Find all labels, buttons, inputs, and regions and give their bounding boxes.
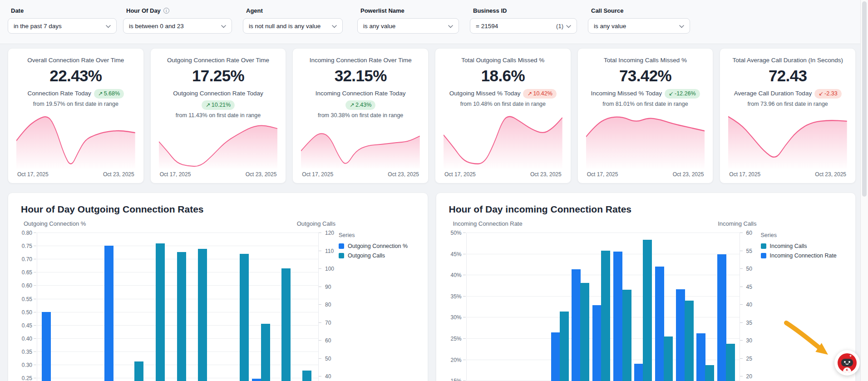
kpi-sparkline <box>586 111 705 168</box>
chart-bar[interactable] <box>643 240 652 381</box>
chart-bar[interactable] <box>572 269 581 381</box>
charts-row: Hour of Day Outgoing Connection RatesOut… <box>8 193 856 381</box>
chevron-down-icon <box>106 25 111 28</box>
sparkline-chart <box>728 111 847 168</box>
kpi-delta-badge: ↙ -2.33 <box>814 89 841 99</box>
filter-dropdown-hour-of-day[interactable]: is between 0 and 23 <box>123 18 232 34</box>
chart-bar[interactable] <box>156 243 165 381</box>
kpi-value: 17.25% <box>159 67 278 85</box>
legend-header: Series <box>761 232 837 238</box>
sparkline-date-range: Oct 17, 2025Oct 23, 2025 <box>728 171 847 178</box>
chart-bar[interactable] <box>551 332 560 381</box>
right-axis-tick: 80 <box>325 302 331 308</box>
chart-bar[interactable] <box>134 361 143 381</box>
tick-mark <box>463 338 466 339</box>
right-axis-tick: 120 <box>325 230 334 236</box>
chevron-down-icon <box>448 25 453 28</box>
filter-dropdown-date[interactable]: in the past 7 days <box>8 18 117 34</box>
right-axis-tick: 40 <box>746 302 752 308</box>
chart-bar[interactable] <box>726 344 735 381</box>
legend-label: Incoming Connection Rate <box>770 252 837 259</box>
chart-card-outgoing: Hour of Day Outgoing Connection RatesOut… <box>8 193 428 381</box>
right-axis-tick: 60 <box>746 230 752 236</box>
kpi-value: 18.6% <box>444 67 562 85</box>
tick-mark <box>319 358 321 359</box>
chart-title: Hour of Day incoming Connection Rates <box>449 204 632 215</box>
tick-mark <box>463 296 466 297</box>
right-axis-tick: 45 <box>746 284 752 290</box>
tick-mark <box>319 287 321 287</box>
tick-mark <box>34 272 36 272</box>
tick-mark <box>34 246 36 246</box>
filter-dropdown-business-id[interactable]: = 21594(1) <box>470 18 577 34</box>
chart-bar[interactable] <box>240 254 249 381</box>
kpi-from-text: from 10.48% on first date in range <box>444 101 562 107</box>
legend-item[interactable]: Outgoing Connection % <box>339 243 408 249</box>
chart-bar[interactable] <box>613 252 622 381</box>
tick-mark <box>740 233 743 233</box>
filter-label: Call Source <box>591 7 690 14</box>
chart-bar[interactable] <box>281 268 291 381</box>
dropdown-controls: (1) <box>556 23 571 30</box>
tick-mark <box>463 233 466 233</box>
right-axis-tick: 30 <box>746 337 752 344</box>
right-axis-line <box>318 233 319 381</box>
chart-bar[interactable] <box>676 289 685 381</box>
tick-mark <box>319 251 321 251</box>
legend-item[interactable]: Incoming Calls <box>761 243 837 249</box>
chart-bar[interactable] <box>252 379 261 381</box>
page-scrollbar <box>860 0 868 381</box>
tick-mark <box>740 251 743 251</box>
scrollbar-thumb[interactable] <box>862 1 867 197</box>
sparkline-chart <box>16 111 135 168</box>
kpi-sparkline <box>444 111 562 168</box>
legend-item[interactable]: Incoming Connection Rate <box>761 252 837 259</box>
tick-mark <box>34 338 36 339</box>
date-start-label: Oct 17, 2025 <box>444 171 476 178</box>
tick-mark <box>319 376 321 376</box>
chart-bar[interactable] <box>685 301 694 381</box>
sparkline-date-range: Oct 17, 2025Oct 23, 2025 <box>16 171 135 178</box>
right-axis-label: Outgoing Calls <box>37 220 335 227</box>
chart-bar[interactable] <box>104 246 113 381</box>
sparkline-date-range: Oct 17, 2025Oct 23, 2025 <box>159 171 278 178</box>
chart-bar[interactable] <box>42 312 51 381</box>
kpi-sparkline <box>159 122 278 168</box>
left-axis-tick: 0.50 <box>11 309 32 316</box>
info-icon[interactable]: i <box>163 8 169 14</box>
right-axis-line <box>740 233 740 381</box>
right-axis-tick: 110 <box>325 248 334 254</box>
chart-bar[interactable] <box>664 336 673 381</box>
sparkline-date-range: Oct 17, 2025Oct 23, 2025 <box>301 171 420 178</box>
chart-bar[interactable] <box>655 267 664 381</box>
date-end-label: Oct 23, 2025 <box>388 171 419 178</box>
chart-bar[interactable] <box>261 324 270 381</box>
chart-bar[interactable] <box>302 371 311 381</box>
sparkline-chart <box>586 111 705 168</box>
tick-mark <box>34 312 36 312</box>
chart-bar[interactable] <box>580 283 589 381</box>
sparkline-date-range: Oct 17, 2025Oct 23, 2025 <box>444 171 562 178</box>
chart-bar[interactable] <box>198 249 207 381</box>
chart-bar[interactable] <box>634 364 643 381</box>
filter-dropdown-call-source[interactable]: is any value <box>588 18 690 34</box>
chart-bar[interactable] <box>705 365 714 381</box>
date-start-label: Oct 17, 2025 <box>160 171 191 178</box>
filter-dropdown-agent[interactable]: is not null and is any value <box>243 18 343 34</box>
chart-bar[interactable] <box>592 305 602 381</box>
chart-bar[interactable] <box>717 254 726 381</box>
dropdown-controls <box>106 24 111 28</box>
chart-bar[interactable] <box>622 290 631 381</box>
legend-header: Series <box>339 232 408 238</box>
chart-bar[interactable] <box>601 251 610 381</box>
right-axis-tick: 20 <box>746 373 752 380</box>
filter-dropdown-powerlist-name[interactable]: is any value <box>357 18 459 34</box>
chevron-down-icon <box>332 25 337 28</box>
chatbot-button[interactable]: + K <box>834 350 860 376</box>
chart-bar[interactable] <box>560 312 569 381</box>
chart-bar[interactable] <box>696 333 705 381</box>
chart-bar[interactable] <box>177 252 186 381</box>
legend-item[interactable]: Outgoing Calls <box>339 252 408 259</box>
kpi-compare: Incoming Missed % Today↙ -12.26% <box>586 89 705 99</box>
tick-mark <box>740 376 743 376</box>
